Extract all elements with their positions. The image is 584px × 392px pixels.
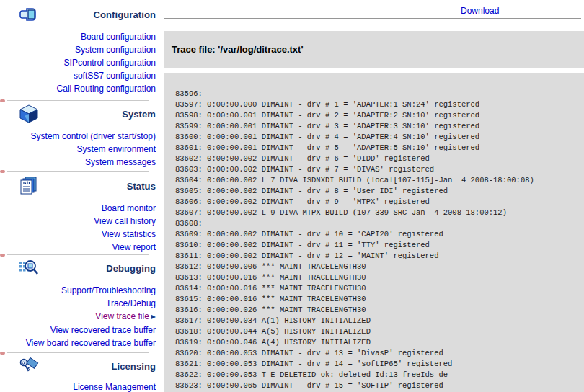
divider-red-tick [0,170,5,173]
sidebar-item-trace-debug[interactable]: Trace/Debug [0,297,156,310]
section-debugging: DebuggingSupport/TroubleshootingTrace/De… [0,258,156,349]
section-header: Debugging [0,258,156,278]
sidebar-item-system-messages[interactable]: System messages [0,156,156,169]
sidebar-item-label: View report [112,242,156,252]
sidebar-item-label: View board recovered trace buffer [26,338,156,348]
section-divider [7,254,149,256]
section-licensing: LicensingLicense Management [0,356,156,392]
trace-output: 83596: 83597: 0:00:00.000 DIMAINT - drv … [164,73,584,392]
sidebar-item-label: System messages [85,157,156,167]
sidebar-item-label: View recovered trace buffer [50,325,156,335]
section-divider [7,100,149,102]
sidebar-item-label: SIPcontrol configuration [64,58,156,68]
section-header: Configuration [0,4,156,24]
sidebar-item-label: View statistics [102,229,156,239]
section-title: Licensing [111,361,156,372]
sidebar-item-label: Support/Troubleshooting [61,285,156,295]
sidebar-item-label: View call history [94,216,156,226]
section-header: System [0,104,156,124]
sidebar-item-view-trace-file[interactable]: View trace file▶ [0,310,156,324]
sidebar-item-view-recovered-trace-buffer[interactable]: View recovered trace buffer [0,324,156,337]
divider-red-tick [0,99,5,102]
sidebar-item-system-control-driver-start-stop[interactable]: System control (driver start/stop) [0,130,156,143]
section-title: Configuration [93,9,156,20]
sidebar-item-system-configuration[interactable]: System configuration [0,43,156,56]
sidebar-item-softss7-configuration[interactable]: softSS7 configuration [0,69,156,82]
sidebar-item-board-monitor[interactable]: Board monitor [0,202,156,215]
section-title: Debugging [106,263,156,274]
sidebar-item-support-troubleshooting[interactable]: Support/Troubleshooting [0,284,156,297]
sidebar-item-label: Board monitor [102,203,156,213]
sidebar-item-call-routing-configuration[interactable]: Call Routing configuration [0,82,156,95]
download-link[interactable]: Download [461,6,499,16]
horizontal-rule [164,18,581,20]
status-icon [19,177,39,195]
sidebar-item-label: System environment [77,144,156,154]
section-header: Status [0,176,156,196]
section-title: System [122,109,156,120]
sidebar-item-view-call-history[interactable]: View call history [0,215,156,228]
sidebar-item-label: Board configuration [81,32,156,42]
trace-panel[interactable]: 83596: 83597: 0:00:00.000 DIMAINT - drv … [164,73,584,392]
configuration-icon [19,5,39,24]
sidebar-item-label: System configuration [75,45,156,55]
sidebar-item-view-statistics[interactable]: View statistics [0,228,156,241]
sidebar-item-system-environment[interactable]: System environment [0,143,156,156]
active-item-arrow-icon: ▶ [151,313,156,320]
trace-file-header: Trace file: '/var/log/ditrace.txt' [164,31,584,68]
sidebar-item-label: softSS7 configuration [74,71,156,81]
section-divider [7,171,149,172]
sidebar-item-label: Call Routing configuration [57,84,156,94]
sidebar-item-label: License Management [73,382,156,392]
trace-file-path: Trace file: '/var/log/ditrace.txt' [164,31,584,55]
section-header: Licensing [0,356,156,376]
divider-red-tick [0,254,5,257]
sidebar-item-board-configuration[interactable]: Board configuration [0,30,156,43]
sidebar-item-label: View trace file [95,311,149,321]
licensing-icon [19,357,39,375]
section-configuration: ConfigurationBoard configurationSystem c… [0,4,156,95]
sidebar-item-label: System control (driver start/stop) [31,131,156,141]
sidebar-nav: ConfigurationBoard configurationSystem c… [0,0,162,392]
divider-red-tick [0,352,5,355]
debugging-icon [19,259,39,277]
system-icon [19,104,39,123]
sidebar-item-license-management[interactable]: License Management [0,380,156,392]
sidebar-item-label: Trace/Debug [106,298,156,308]
section-status: StatusBoard monitorView call historyView… [0,176,156,254]
section-title: Status [127,181,156,192]
sidebar-item-view-board-recovered-trace-buffer[interactable]: View board recovered trace buffer [0,337,156,349]
section-system: SystemSystem control (driver start/stop)… [0,104,156,169]
section-divider [7,352,149,354]
sidebar-item-view-report[interactable]: View report [0,241,156,254]
sidebar-item-sipcontrol-configuration[interactable]: SIPcontrol configuration [0,56,156,69]
